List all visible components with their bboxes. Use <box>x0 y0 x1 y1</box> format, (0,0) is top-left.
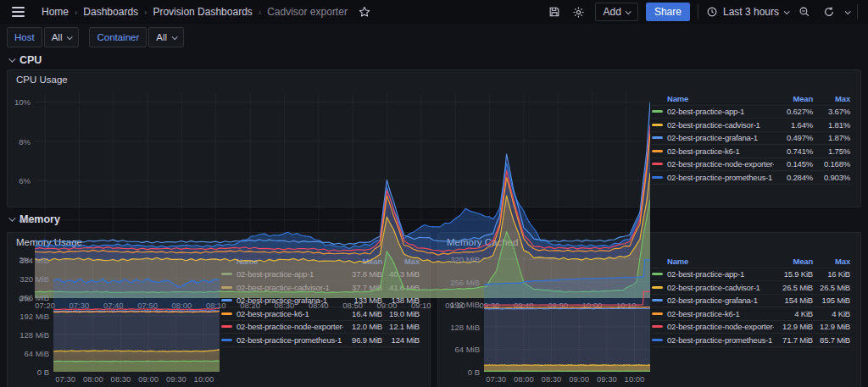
refresh-icon[interactable] <box>821 3 837 20</box>
x-tick-label: 08:30 <box>111 374 131 384</box>
legend-series-name[interactable]: 02-best-practice-cadvisor-1 <box>667 120 774 130</box>
share-button[interactable]: Share <box>646 3 690 21</box>
legend-series-name[interactable]: 02-best-practice-prometheus-1 <box>667 335 774 345</box>
legend-row: 02-best-practice-grafana-1 154 MiB 195 M… <box>652 295 850 308</box>
y-tick-label: 128 MiB <box>450 322 480 331</box>
legend-mean-value: 71.7 MiB <box>774 335 813 345</box>
legend-series-name[interactable]: 02-best-practice-k6-1 <box>667 147 774 156</box>
series-color-swatch <box>221 325 232 328</box>
variable-host: Host All <box>7 27 79 47</box>
legend-col-max[interactable]: Max <box>813 94 850 103</box>
legend-row: 02-best-practice-grafana-1 0.497% 1.87% <box>652 132 850 146</box>
variable-host-label[interactable]: Host <box>7 27 42 47</box>
variable-host-value-dropdown[interactable]: All <box>44 27 80 47</box>
series-color-swatch <box>652 163 663 165</box>
variable-container-value-dropdown[interactable]: All <box>148 27 184 47</box>
x-tick-label: 08:50 <box>342 301 363 310</box>
legend-series-name[interactable]: 02-best-practice-grafana-1 <box>667 296 774 305</box>
legend-col-name[interactable]: Name <box>667 94 774 103</box>
legend-col-name[interactable]: Name <box>667 257 774 266</box>
legend-max-value: 12.9 MiB <box>813 322 850 331</box>
x-tick-label: 08:00 <box>514 374 534 384</box>
legend-series-name[interactable]: 02-best-practice-prometheus-1 <box>667 173 774 182</box>
y-tick-label: 320 MiB <box>19 274 49 283</box>
time-range-label: Last 3 hours <box>723 6 779 18</box>
series-color-swatch <box>652 150 663 152</box>
legend-row: 02-best-practice-k6-1 4 KiB 4 KiB <box>652 307 850 321</box>
memory-usage-chart: 0 B64 MiB128 MiB192 MiB256 MiB320 MiB384… <box>13 251 220 385</box>
menu-icon[interactable] <box>10 5 26 19</box>
x-tick-label: 08:30 <box>275 301 295 310</box>
star-icon[interactable] <box>356 3 373 20</box>
breadcrumb-separator: › <box>144 8 147 17</box>
y-tick-label: 256 MiB <box>19 292 49 301</box>
x-tick-label: 10:00 <box>194 374 214 384</box>
y-tick-label: 6% <box>19 176 31 185</box>
breadcrumb-dashboards[interactable]: Dashboards <box>83 6 138 18</box>
legend: Name Mean Max 02-best-practice-app-1 15.… <box>650 251 857 385</box>
add-button-label: Add <box>604 6 621 18</box>
x-tick-label: 09:30 <box>597 374 617 384</box>
y-tick-label: 192 MiB <box>19 311 49 320</box>
section-row-cpu[interactable]: CPU <box>0 51 868 69</box>
dashboard-settings-icon[interactable] <box>570 3 587 20</box>
time-range-picker[interactable]: Last 3 hours <box>706 6 788 18</box>
plot-area[interactable] <box>484 256 650 372</box>
legend-rows: 02-best-practice-app-1 0.627% 3.67% 02-b… <box>652 106 850 185</box>
legend-max-value: 1.81% <box>813 120 850 130</box>
legend-rows: 02-best-practice-app-1 15.9 KiB 16 KiB 0… <box>652 268 850 347</box>
legend-series-name[interactable]: 02-best-practice-node-exporter-1 <box>667 159 774 169</box>
y-tick-label: 64 MiB <box>454 345 480 354</box>
legend-series-name[interactable]: 02-best-practice-prometheus-1 <box>236 335 343 345</box>
breadcrumb-separator: › <box>75 8 77 17</box>
legend-series-name[interactable]: 02-best-practice-grafana-1 <box>667 133 774 142</box>
save-dashboard-icon[interactable] <box>546 3 563 20</box>
y-tick-label: 8% <box>19 136 31 146</box>
share-button-label: Share <box>654 6 682 18</box>
legend-mean-value: 0.627% <box>774 107 813 116</box>
legend-series-name[interactable]: 02-best-practice-node-exporter-1 <box>667 322 774 331</box>
zoom-out-time-icon[interactable] <box>796 3 813 20</box>
chevron-down-icon <box>67 34 73 40</box>
legend-col-mean[interactable]: Mean <box>774 94 813 103</box>
memory-cached-chart: 0 B64 MiB128 MiB192 MiB256 MiB320 MiB 07… <box>443 251 650 385</box>
x-tick-label: 09:00 <box>138 374 159 384</box>
legend-series-name[interactable]: 02-best-practice-cadvisor-1 <box>667 283 774 292</box>
legend-mean-value: 4 KiB <box>774 309 813 318</box>
legend-row: 02-best-practice-prometheus-1 0.284% 0.9… <box>652 171 850 185</box>
nav-actions: Add Share Last 3 hours <box>546 3 858 21</box>
breadcrumb: Home › Dashboards › Provision Dashboards… <box>42 6 348 18</box>
legend-max-value: 85.7 MiB <box>813 335 850 345</box>
chevron-down-icon <box>8 55 15 62</box>
legend-mean-value: 1.64% <box>774 120 813 130</box>
add-button[interactable]: Add <box>595 3 638 21</box>
legend-max-value: 16 KiB <box>813 269 850 279</box>
series-color-swatch <box>652 273 663 275</box>
x-tick-label: 07:30 <box>486 374 506 384</box>
legend-series-name[interactable]: 02-best-practice-app-1 <box>667 269 774 279</box>
series-color-swatch <box>652 176 663 179</box>
x-axis: 07:3008:0008:3009:0009:3010:00 <box>53 372 220 385</box>
refresh-interval-dropdown[interactable] <box>845 8 851 14</box>
legend-row: 02-best-practice-node-exporter-1 0.145% … <box>652 158 850 172</box>
legend-series-name[interactable]: 02-best-practice-app-1 <box>667 107 774 116</box>
series-color-swatch <box>652 110 663 113</box>
y-tick-label: 64 MiB <box>24 348 49 357</box>
variable-container-label[interactable]: Container <box>89 27 147 47</box>
legend-col-max[interactable]: Max <box>813 257 850 266</box>
legend-series-name[interactable]: 02-best-practice-node-exporter-1 <box>236 322 343 331</box>
chart-svg <box>484 256 650 372</box>
x-tick-label: 08:00 <box>83 374 103 384</box>
panel-title[interactable]: CPU Usage <box>8 70 860 86</box>
legend-mean-value: 12.9 MiB <box>774 322 813 331</box>
legend-series-name[interactable]: 02-best-practice-k6-1 <box>667 309 774 318</box>
breadcrumb-provision-dashboards[interactable]: Provision Dashboards <box>153 6 252 18</box>
legend-max-value: 26.5 MiB <box>813 283 850 292</box>
legend-row: 02-best-practice-k6-1 0.741% 1.75% <box>652 145 850 158</box>
breadcrumb-home[interactable]: Home <box>42 6 69 18</box>
x-tick-label: 10:00 <box>625 374 645 384</box>
plot-area[interactable] <box>53 256 220 372</box>
legend-col-mean[interactable]: Mean <box>774 257 813 266</box>
legend-header: Name Mean Max <box>652 92 850 106</box>
series-color-swatch <box>652 136 663 139</box>
